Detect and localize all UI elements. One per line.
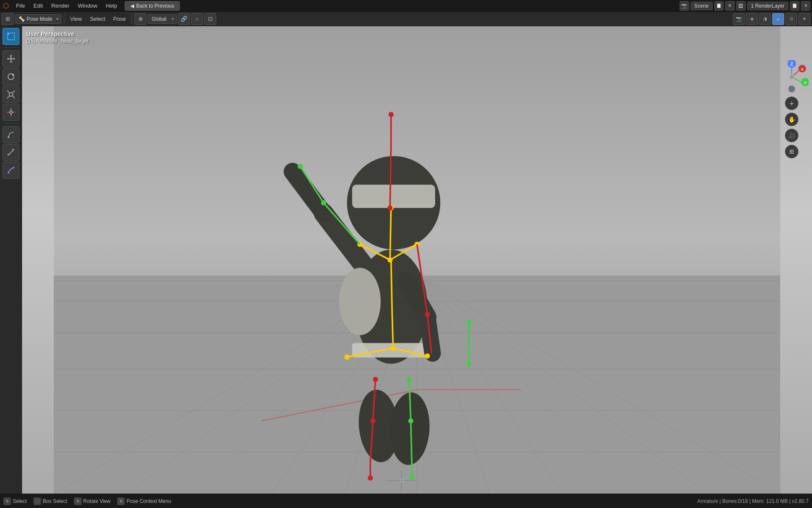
editor-type-icon[interactable]: ⊞ [2,13,14,25]
select-status: 🖱 Select [3,497,27,505]
perspective-label: User Perspective [26,30,88,37]
toolbar-divider-1 [3,47,19,48]
svg-marker-7 [14,58,15,60]
viewport-overlay-icon[interactable]: ⊡ [204,13,216,25]
global-selector[interactable]: Global [148,14,177,24]
viewport-gizmo[interactable]: Z Y X [775,60,809,94]
new-render-layer-icon[interactable]: 📋 [790,1,799,11]
viewport-shading-3[interactable]: ● [772,13,784,25]
grease-pencil-tool[interactable] [3,162,19,179]
svg-line-59 [390,208,391,260]
svg-point-79 [425,312,430,317]
svg-text:Z: Z [790,62,793,66]
pan-button[interactable]: ✋ [785,113,798,126]
pose-mode-label: Pose Mode [27,16,52,22]
rotate-view-status: 🖱 Rotate View [74,497,110,505]
select-box-tool[interactable] [3,28,19,45]
header-right: 📷 ◈ ◑ ● ⊙ ▾ [733,13,810,25]
header-toolbar: ⊞ 🦴 Pose Mode View Select Pose ⊕ Global … [0,12,812,26]
select-menu[interactable]: Select [87,14,109,24]
viewport-shading-1[interactable]: ◈ [746,13,758,25]
rotate-icon [6,72,16,81]
svg-rect-58 [352,185,435,208]
info-text: Armature | Bones:0/18 | Mem: 121.0 MB | … [697,498,809,504]
scene-svg [22,26,812,494]
pose-menu[interactable]: Pose [110,14,129,24]
svg-rect-51 [352,343,430,357]
move-tool[interactable] [3,50,19,67]
select-label: Select [13,498,27,504]
svg-point-24 [13,167,14,168]
viewport-shading-4[interactable]: ⊙ [785,13,797,25]
back-arrow-icon: ◀ [130,3,134,9]
gizmo-svg: Z Y X [775,60,809,94]
render-layer-selector[interactable]: 1 RenderLayer [747,2,788,10]
3d-viewport[interactable]: User Perspective (25) Armature : head_ta… [22,26,812,494]
move-icon [6,54,16,64]
pose-mode-dropdown[interactable]: 🦴 Pose Mode [15,14,61,24]
svg-line-61 [392,312,393,348]
svg-line-91 [411,421,411,462]
transform-pivot-icon[interactable]: ⊕ [134,13,146,25]
grease-pencil-icon [6,166,16,175]
svg-line-11 [13,91,15,92]
annotate-tool[interactable] [3,126,19,143]
select-box-icon [6,32,16,41]
svg-point-23 [8,172,9,174]
viewport-shading-2[interactable]: ◑ [759,13,771,25]
svg-line-12 [7,97,9,98]
proportional-edit-icon[interactable]: ○ [191,13,203,25]
pose-context-label: Pose Context Menu [126,498,171,504]
toolbar-divider-2 [3,123,19,124]
snap-icon[interactable]: 🔗 [178,13,190,25]
ortho-button[interactable]: ⊞ [785,145,798,158]
rotate-view-label: Rotate View [83,498,110,504]
zoom-in-button[interactable]: ＋ [785,97,798,110]
camera-icon[interactable]: 📷 [733,13,745,25]
scale-tool[interactable] [3,86,19,103]
scene-name: Scene [694,3,709,9]
svg-line-81 [390,146,391,208]
svg-point-19 [8,136,9,138]
svg-point-67 [344,354,349,359]
svg-point-83 [387,205,392,210]
close-render-layer-icon[interactable]: ✕ [801,1,810,11]
menu-render[interactable]: Render [47,1,74,11]
viewport-shading-dropdown[interactable]: ▾ [798,13,810,25]
box-select-label: Box Select [43,498,67,504]
measure-tool[interactable] [3,144,19,161]
svg-point-76 [298,164,303,169]
transform-icon [6,108,16,117]
view-menu[interactable]: View [67,14,85,24]
annotate-icon [6,130,16,139]
svg-text:Y: Y [804,81,807,85]
new-scene-icon[interactable]: 📋 [714,1,724,11]
pose-context-icon: 🖱 [117,497,125,505]
menu-file[interactable]: File [12,1,29,11]
close-scene-icon[interactable]: ✕ [725,1,735,11]
top-menu-bar: ⬡ File Edit Render Window Help ◀ Back to… [0,0,812,12]
toolbar-separator-2 [132,14,132,24]
right-controls: Z Y X ＋ ✋ 🎥 ⊞ [775,60,809,158]
svg-point-56 [339,268,381,335]
svg-point-92 [406,377,411,382]
back-to-previous-button[interactable]: ◀ Back to Previous [125,1,180,11]
rotate-view-icon: 🖱 [74,497,82,505]
rotate-tool[interactable] [3,68,19,85]
transform-tool[interactable] [3,104,19,121]
scene-type-icon[interactable]: 📷 [680,1,689,11]
camera-button[interactable]: 🎥 [785,129,798,142]
menu-help[interactable]: Help [102,1,121,11]
svg-point-82 [389,112,394,117]
svg-point-89 [368,475,373,480]
menu-window[interactable]: Window [74,1,102,11]
render-type-icon[interactable]: 🖼 [736,1,746,11]
svg-line-13 [13,97,15,98]
box-select-status: ⬚ Box Select [33,497,67,505]
svg-line-10 [7,91,9,92]
svg-line-60 [391,260,392,312]
toolbar-separator-1 [64,14,64,24]
scene-selector[interactable]: Scene [691,2,713,10]
render-layer-name: 1 RenderLayer [751,3,785,9]
menu-edit[interactable]: Edit [29,1,47,11]
